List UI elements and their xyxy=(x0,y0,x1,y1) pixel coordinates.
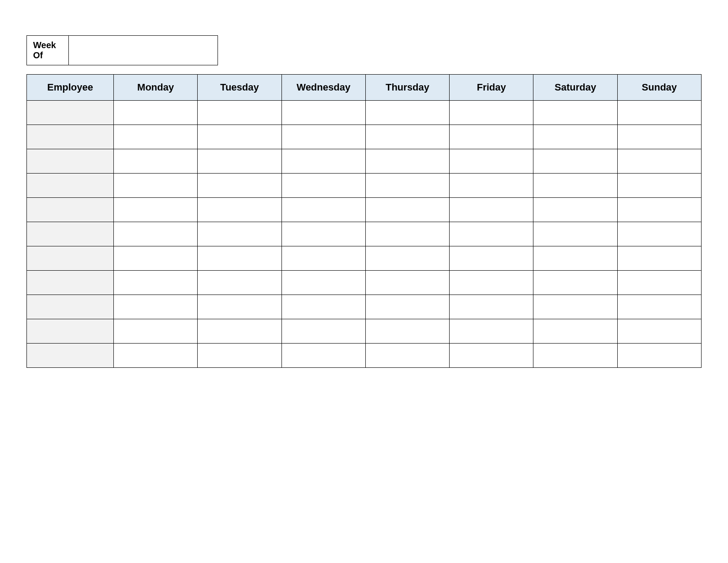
day-cell[interactable] xyxy=(365,149,449,174)
day-cell[interactable] xyxy=(450,222,533,246)
day-cell[interactable] xyxy=(365,198,449,222)
day-cell[interactable] xyxy=(617,149,701,174)
day-cell[interactable] xyxy=(617,344,701,368)
employee-cell[interactable] xyxy=(27,246,114,271)
day-cell[interactable] xyxy=(114,295,198,319)
day-cell[interactable] xyxy=(533,271,617,295)
day-cell[interactable] xyxy=(365,271,449,295)
day-cell[interactable] xyxy=(450,198,533,222)
day-cell[interactable] xyxy=(198,125,281,149)
day-cell[interactable] xyxy=(533,344,617,368)
day-cell[interactable] xyxy=(281,246,365,271)
day-cell[interactable] xyxy=(281,295,365,319)
day-cell[interactable] xyxy=(365,174,449,198)
week-of-label: Week Of xyxy=(26,35,69,65)
day-cell[interactable] xyxy=(617,295,701,319)
day-cell[interactable] xyxy=(450,101,533,125)
day-cell[interactable] xyxy=(198,222,281,246)
day-cell[interactable] xyxy=(617,101,701,125)
employee-cell[interactable] xyxy=(27,295,114,319)
day-cell[interactable] xyxy=(617,198,701,222)
day-cell[interactable] xyxy=(450,271,533,295)
day-cell[interactable] xyxy=(198,149,281,174)
day-cell[interactable] xyxy=(450,246,533,271)
day-cell[interactable] xyxy=(198,246,281,271)
day-cell[interactable] xyxy=(281,344,365,368)
day-cell[interactable] xyxy=(114,101,198,125)
employee-cell[interactable] xyxy=(27,174,114,198)
day-cell[interactable] xyxy=(450,295,533,319)
day-cell[interactable] xyxy=(365,344,449,368)
day-cell[interactable] xyxy=(450,174,533,198)
day-cell[interactable] xyxy=(198,295,281,319)
day-cell[interactable] xyxy=(533,101,617,125)
employee-cell[interactable] xyxy=(27,222,114,246)
day-cell[interactable] xyxy=(281,222,365,246)
table-row xyxy=(27,319,702,344)
day-cell[interactable] xyxy=(281,319,365,344)
day-cell[interactable] xyxy=(533,246,617,271)
day-cell[interactable] xyxy=(617,222,701,246)
day-cell[interactable] xyxy=(114,222,198,246)
employee-cell[interactable] xyxy=(27,149,114,174)
day-cell[interactable] xyxy=(198,344,281,368)
table-row xyxy=(27,271,702,295)
day-cell[interactable] xyxy=(281,271,365,295)
employee-cell[interactable] xyxy=(27,125,114,149)
week-of-box: Week Of xyxy=(26,35,702,65)
day-cell[interactable] xyxy=(617,174,701,198)
day-cell[interactable] xyxy=(114,344,198,368)
table-row xyxy=(27,295,702,319)
day-cell[interactable] xyxy=(365,125,449,149)
day-cell[interactable] xyxy=(114,174,198,198)
day-cell[interactable] xyxy=(617,125,701,149)
day-cell[interactable] xyxy=(450,149,533,174)
employee-cell[interactable] xyxy=(27,319,114,344)
header-wednesday: Wednesday xyxy=(281,75,365,101)
day-cell[interactable] xyxy=(281,101,365,125)
employee-cell[interactable] xyxy=(27,198,114,222)
day-cell[interactable] xyxy=(281,149,365,174)
day-cell[interactable] xyxy=(450,344,533,368)
day-cell[interactable] xyxy=(617,271,701,295)
week-of-input[interactable] xyxy=(69,35,218,65)
day-cell[interactable] xyxy=(533,222,617,246)
employee-cell[interactable] xyxy=(27,344,114,368)
day-cell[interactable] xyxy=(198,101,281,125)
day-cell[interactable] xyxy=(281,125,365,149)
day-cell[interactable] xyxy=(365,246,449,271)
day-cell[interactable] xyxy=(365,295,449,319)
day-cell[interactable] xyxy=(281,174,365,198)
day-cell[interactable] xyxy=(198,319,281,344)
day-cell[interactable] xyxy=(533,125,617,149)
day-cell[interactable] xyxy=(533,198,617,222)
header-monday: Monday xyxy=(114,75,198,101)
table-row xyxy=(27,246,702,271)
header-row: Employee Monday Tuesday Wednesday Thursd… xyxy=(27,75,702,101)
day-cell[interactable] xyxy=(617,246,701,271)
day-cell[interactable] xyxy=(114,149,198,174)
day-cell[interactable] xyxy=(114,271,198,295)
day-cell[interactable] xyxy=(533,295,617,319)
day-cell[interactable] xyxy=(450,125,533,149)
day-cell[interactable] xyxy=(198,198,281,222)
day-cell[interactable] xyxy=(114,246,198,271)
day-cell[interactable] xyxy=(281,198,365,222)
day-cell[interactable] xyxy=(198,271,281,295)
day-cell[interactable] xyxy=(114,319,198,344)
day-cell[interactable] xyxy=(198,174,281,198)
day-cell[interactable] xyxy=(365,319,449,344)
day-cell[interactable] xyxy=(365,222,449,246)
day-cell[interactable] xyxy=(114,198,198,222)
day-cell[interactable] xyxy=(533,149,617,174)
table-row xyxy=(27,344,702,368)
table-row xyxy=(27,125,702,149)
day-cell[interactable] xyxy=(533,174,617,198)
day-cell[interactable] xyxy=(365,101,449,125)
day-cell[interactable] xyxy=(617,319,701,344)
employee-cell[interactable] xyxy=(27,271,114,295)
day-cell[interactable] xyxy=(114,125,198,149)
day-cell[interactable] xyxy=(533,319,617,344)
employee-cell[interactable] xyxy=(27,101,114,125)
day-cell[interactable] xyxy=(450,319,533,344)
